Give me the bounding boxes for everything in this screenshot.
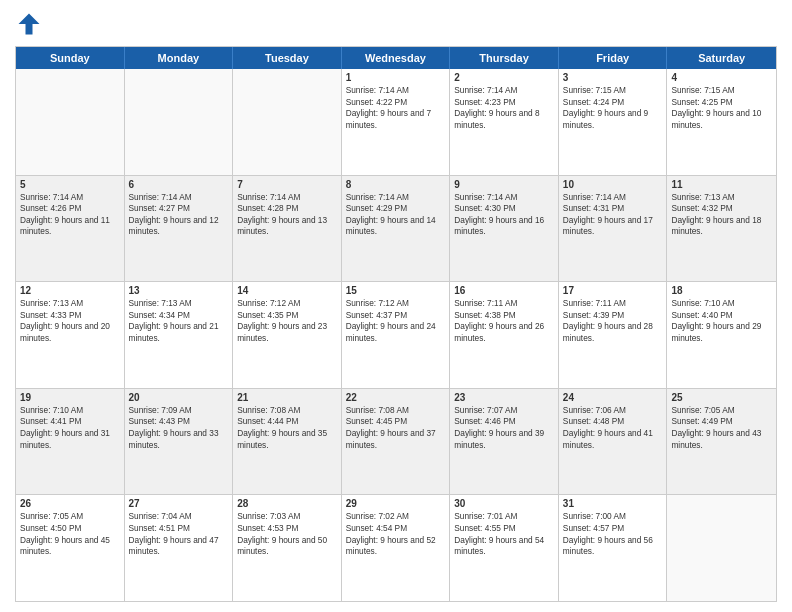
day-number: 21 [237, 392, 337, 403]
day-number: 29 [346, 498, 446, 509]
calendar-cell: 9Sunrise: 7:14 AM Sunset: 4:30 PM Daylig… [450, 176, 559, 282]
day-number: 1 [346, 72, 446, 83]
calendar-cell: 13Sunrise: 7:13 AM Sunset: 4:34 PM Dayli… [125, 282, 234, 388]
cell-info: Sunrise: 7:09 AM Sunset: 4:43 PM Dayligh… [129, 405, 229, 451]
cell-info: Sunrise: 7:03 AM Sunset: 4:53 PM Dayligh… [237, 511, 337, 557]
calendar-row: 1Sunrise: 7:14 AM Sunset: 4:22 PM Daylig… [16, 69, 776, 176]
day-number: 10 [563, 179, 663, 190]
day-number: 7 [237, 179, 337, 190]
cell-info: Sunrise: 7:11 AM Sunset: 4:38 PM Dayligh… [454, 298, 554, 344]
calendar-cell: 7Sunrise: 7:14 AM Sunset: 4:28 PM Daylig… [233, 176, 342, 282]
cell-info: Sunrise: 7:14 AM Sunset: 4:22 PM Dayligh… [346, 85, 446, 131]
calendar: SundayMondayTuesdayWednesdayThursdayFrid… [15, 46, 777, 602]
calendar-cell: 29Sunrise: 7:02 AM Sunset: 4:54 PM Dayli… [342, 495, 451, 601]
calendar-row: 5Sunrise: 7:14 AM Sunset: 4:26 PM Daylig… [16, 176, 776, 283]
calendar-row: 19Sunrise: 7:10 AM Sunset: 4:41 PM Dayli… [16, 389, 776, 496]
cell-info: Sunrise: 7:12 AM Sunset: 4:37 PM Dayligh… [346, 298, 446, 344]
day-number: 22 [346, 392, 446, 403]
weekday-header: Saturday [667, 47, 776, 69]
calendar-cell: 14Sunrise: 7:12 AM Sunset: 4:35 PM Dayli… [233, 282, 342, 388]
cell-info: Sunrise: 7:05 AM Sunset: 4:49 PM Dayligh… [671, 405, 772, 451]
day-number: 8 [346, 179, 446, 190]
day-number: 11 [671, 179, 772, 190]
logo [15, 10, 47, 38]
day-number: 16 [454, 285, 554, 296]
day-number: 30 [454, 498, 554, 509]
cell-info: Sunrise: 7:13 AM Sunset: 4:32 PM Dayligh… [671, 192, 772, 238]
calendar-cell: 11Sunrise: 7:13 AM Sunset: 4:32 PM Dayli… [667, 176, 776, 282]
cell-info: Sunrise: 7:14 AM Sunset: 4:23 PM Dayligh… [454, 85, 554, 131]
calendar-cell: 26Sunrise: 7:05 AM Sunset: 4:50 PM Dayli… [16, 495, 125, 601]
cell-info: Sunrise: 7:05 AM Sunset: 4:50 PM Dayligh… [20, 511, 120, 557]
calendar-cell [233, 69, 342, 175]
calendar-cell: 23Sunrise: 7:07 AM Sunset: 4:46 PM Dayli… [450, 389, 559, 495]
calendar-cell: 3Sunrise: 7:15 AM Sunset: 4:24 PM Daylig… [559, 69, 668, 175]
cell-info: Sunrise: 7:01 AM Sunset: 4:55 PM Dayligh… [454, 511, 554, 557]
calendar-header: SundayMondayTuesdayWednesdayThursdayFrid… [16, 47, 776, 69]
calendar-cell: 2Sunrise: 7:14 AM Sunset: 4:23 PM Daylig… [450, 69, 559, 175]
weekday-header: Friday [559, 47, 668, 69]
day-number: 2 [454, 72, 554, 83]
calendar-cell: 21Sunrise: 7:08 AM Sunset: 4:44 PM Dayli… [233, 389, 342, 495]
calendar-cell: 25Sunrise: 7:05 AM Sunset: 4:49 PM Dayli… [667, 389, 776, 495]
calendar-row: 26Sunrise: 7:05 AM Sunset: 4:50 PM Dayli… [16, 495, 776, 601]
weekday-header: Monday [125, 47, 234, 69]
calendar-cell: 8Sunrise: 7:14 AM Sunset: 4:29 PM Daylig… [342, 176, 451, 282]
calendar-cell: 27Sunrise: 7:04 AM Sunset: 4:51 PM Dayli… [125, 495, 234, 601]
cell-info: Sunrise: 7:14 AM Sunset: 4:27 PM Dayligh… [129, 192, 229, 238]
calendar-cell: 15Sunrise: 7:12 AM Sunset: 4:37 PM Dayli… [342, 282, 451, 388]
cell-info: Sunrise: 7:14 AM Sunset: 4:28 PM Dayligh… [237, 192, 337, 238]
day-number: 25 [671, 392, 772, 403]
day-number: 6 [129, 179, 229, 190]
calendar-cell: 10Sunrise: 7:14 AM Sunset: 4:31 PM Dayli… [559, 176, 668, 282]
day-number: 5 [20, 179, 120, 190]
cell-info: Sunrise: 7:08 AM Sunset: 4:45 PM Dayligh… [346, 405, 446, 451]
calendar-cell: 4Sunrise: 7:15 AM Sunset: 4:25 PM Daylig… [667, 69, 776, 175]
calendar-cell: 31Sunrise: 7:00 AM Sunset: 4:57 PM Dayli… [559, 495, 668, 601]
day-number: 19 [20, 392, 120, 403]
calendar-body: 1Sunrise: 7:14 AM Sunset: 4:22 PM Daylig… [16, 69, 776, 601]
weekday-header: Wednesday [342, 47, 451, 69]
cell-info: Sunrise: 7:13 AM Sunset: 4:33 PM Dayligh… [20, 298, 120, 344]
day-number: 26 [20, 498, 120, 509]
calendar-cell [16, 69, 125, 175]
calendar-cell: 22Sunrise: 7:08 AM Sunset: 4:45 PM Dayli… [342, 389, 451, 495]
svg-marker-0 [19, 14, 40, 35]
day-number: 31 [563, 498, 663, 509]
day-number: 3 [563, 72, 663, 83]
calendar-cell: 18Sunrise: 7:10 AM Sunset: 4:40 PM Dayli… [667, 282, 776, 388]
cell-info: Sunrise: 7:14 AM Sunset: 4:30 PM Dayligh… [454, 192, 554, 238]
day-number: 9 [454, 179, 554, 190]
calendar-cell: 16Sunrise: 7:11 AM Sunset: 4:38 PM Dayli… [450, 282, 559, 388]
day-number: 15 [346, 285, 446, 296]
day-number: 17 [563, 285, 663, 296]
page: SundayMondayTuesdayWednesdayThursdayFrid… [0, 0, 792, 612]
cell-info: Sunrise: 7:10 AM Sunset: 4:41 PM Dayligh… [20, 405, 120, 451]
cell-info: Sunrise: 7:13 AM Sunset: 4:34 PM Dayligh… [129, 298, 229, 344]
cell-info: Sunrise: 7:06 AM Sunset: 4:48 PM Dayligh… [563, 405, 663, 451]
day-number: 28 [237, 498, 337, 509]
cell-info: Sunrise: 7:14 AM Sunset: 4:29 PM Dayligh… [346, 192, 446, 238]
weekday-header: Sunday [16, 47, 125, 69]
day-number: 14 [237, 285, 337, 296]
day-number: 27 [129, 498, 229, 509]
cell-info: Sunrise: 7:15 AM Sunset: 4:25 PM Dayligh… [671, 85, 772, 131]
day-number: 20 [129, 392, 229, 403]
cell-info: Sunrise: 7:08 AM Sunset: 4:44 PM Dayligh… [237, 405, 337, 451]
weekday-header: Tuesday [233, 47, 342, 69]
calendar-cell: 30Sunrise: 7:01 AM Sunset: 4:55 PM Dayli… [450, 495, 559, 601]
cell-info: Sunrise: 7:15 AM Sunset: 4:24 PM Dayligh… [563, 85, 663, 131]
day-number: 18 [671, 285, 772, 296]
day-number: 24 [563, 392, 663, 403]
cell-info: Sunrise: 7:14 AM Sunset: 4:31 PM Dayligh… [563, 192, 663, 238]
cell-info: Sunrise: 7:14 AM Sunset: 4:26 PM Dayligh… [20, 192, 120, 238]
cell-info: Sunrise: 7:10 AM Sunset: 4:40 PM Dayligh… [671, 298, 772, 344]
calendar-cell: 20Sunrise: 7:09 AM Sunset: 4:43 PM Dayli… [125, 389, 234, 495]
calendar-cell: 12Sunrise: 7:13 AM Sunset: 4:33 PM Dayli… [16, 282, 125, 388]
calendar-cell: 6Sunrise: 7:14 AM Sunset: 4:27 PM Daylig… [125, 176, 234, 282]
cell-info: Sunrise: 7:00 AM Sunset: 4:57 PM Dayligh… [563, 511, 663, 557]
day-number: 4 [671, 72, 772, 83]
day-number: 23 [454, 392, 554, 403]
calendar-row: 12Sunrise: 7:13 AM Sunset: 4:33 PM Dayli… [16, 282, 776, 389]
cell-info: Sunrise: 7:04 AM Sunset: 4:51 PM Dayligh… [129, 511, 229, 557]
